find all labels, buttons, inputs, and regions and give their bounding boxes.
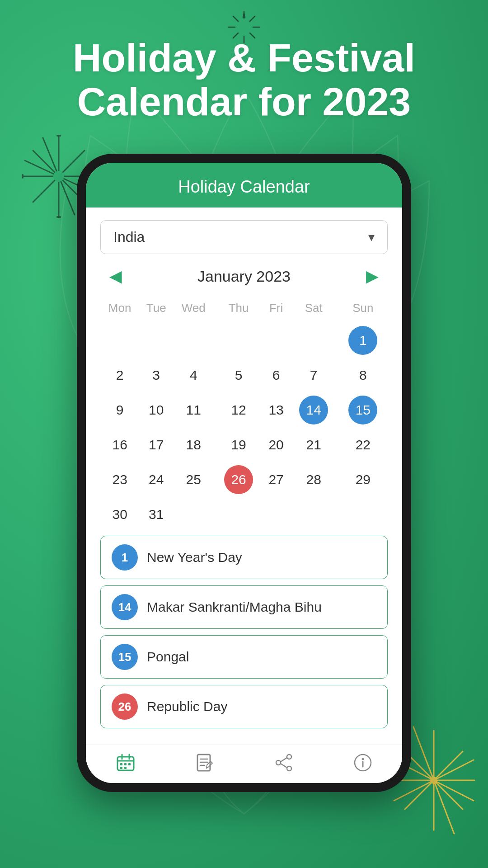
calendar-day-cell[interactable]: 27 bbox=[263, 459, 289, 500]
calendar-day-cell[interactable]: 3 bbox=[139, 361, 173, 389]
calendar-day-cell[interactable]: 15 bbox=[338, 389, 388, 431]
weekday-sun: Sun bbox=[338, 297, 388, 320]
calendar-grid: Mon Tue Wed Thu Fri Sat Sun 123456789101… bbox=[100, 297, 388, 528]
app-title: Holiday Calendar bbox=[104, 177, 384, 197]
calendar-day-cell bbox=[263, 320, 289, 361]
calendar-day-cell[interactable]: 2 bbox=[100, 361, 139, 389]
calendar-day-cell[interactable]: 30 bbox=[100, 500, 139, 528]
calendar-day-cell[interactable]: 13 bbox=[263, 389, 289, 431]
holiday-day-badge: 1 bbox=[112, 544, 138, 571]
calendar-day-cell bbox=[139, 320, 173, 361]
svg-line-38 bbox=[434, 780, 454, 834]
holiday-list-item[interactable]: 1 New Year's Day bbox=[100, 536, 388, 579]
calendar-day-cell[interactable]: 14 bbox=[289, 389, 338, 431]
svg-line-58 bbox=[281, 758, 287, 762]
svg-line-33 bbox=[434, 751, 463, 780]
prev-month-button[interactable]: ◀ bbox=[104, 265, 127, 288]
country-selector[interactable]: India ▾ bbox=[100, 220, 388, 254]
nav-calendar-button[interactable] bbox=[116, 753, 135, 772]
holiday-list: 1 New Year's Day 14 Makar Sankranti/Magh… bbox=[100, 536, 388, 732]
calendar-day-cell[interactable]: 25 bbox=[173, 459, 214, 500]
calendar-day-cell[interactable]: 26 bbox=[214, 459, 263, 500]
calendar-day-cell[interactable]: 31 bbox=[139, 500, 173, 528]
calendar-day-cell bbox=[173, 320, 214, 361]
svg-line-4 bbox=[233, 16, 238, 21]
holiday-name-label: Makar Sankranti/Magha Bihu bbox=[147, 599, 322, 615]
svg-point-41 bbox=[430, 777, 437, 784]
svg-line-5 bbox=[250, 33, 255, 38]
svg-rect-49 bbox=[120, 767, 122, 769]
holiday-list-item[interactable]: 15 Pongal bbox=[100, 635, 388, 679]
holiday-name-label: New Year's Day bbox=[147, 550, 242, 565]
highlighted-day-red[interactable]: 26 bbox=[224, 465, 253, 494]
holiday-day-badge: 15 bbox=[112, 644, 138, 670]
calendar-day-cell[interactable]: 22 bbox=[338, 431, 388, 459]
calendar-week-row: 9101112131415 bbox=[100, 389, 388, 431]
weekday-fri: Fri bbox=[263, 297, 289, 320]
holiday-name-label: Republic Day bbox=[147, 699, 227, 714]
calendar-day-cell[interactable]: 18 bbox=[173, 431, 214, 459]
phone-screen: Holiday Calendar India ▾ ◀ January 2023 … bbox=[86, 163, 402, 783]
firework-top-icon bbox=[226, 9, 262, 51]
calendar-day-cell bbox=[263, 500, 289, 528]
highlighted-day-blue[interactable]: 15 bbox=[348, 396, 377, 425]
nav-info-button[interactable] bbox=[353, 753, 372, 772]
phone-mockup: Holiday Calendar India ▾ ◀ January 2023 … bbox=[77, 154, 411, 792]
calendar-day-cell[interactable]: 20 bbox=[263, 431, 289, 459]
highlighted-day-blue[interactable]: 14 bbox=[299, 396, 328, 425]
phone-frame: Holiday Calendar India ▾ ◀ January 2023 … bbox=[77, 154, 411, 792]
svg-point-22 bbox=[53, 171, 64, 182]
svg-point-62 bbox=[361, 758, 364, 760]
holiday-day-badge: 26 bbox=[112, 693, 138, 720]
country-selected-value: India bbox=[113, 229, 145, 245]
calendar-day-cell[interactable]: 23 bbox=[100, 459, 139, 500]
calendar-weekday-header: Mon Tue Wed Thu Fri Sat Sun bbox=[100, 297, 388, 320]
calendar-day-cell[interactable]: 5 bbox=[214, 361, 263, 389]
calendar-day-cell[interactable]: 19 bbox=[214, 431, 263, 459]
svg-line-7 bbox=[233, 33, 238, 38]
calendar-week-row: 3031 bbox=[100, 500, 388, 528]
calendar-day-cell[interactable]: 21 bbox=[289, 431, 338, 459]
calendar-day-cell[interactable]: 11 bbox=[173, 389, 214, 431]
svg-line-32 bbox=[434, 780, 463, 809]
weekday-sat: Sat bbox=[289, 297, 338, 320]
holiday-list-item[interactable]: 14 Makar Sankranti/Magha Bihu bbox=[100, 585, 388, 629]
calendar-day-cell[interactable]: 4 bbox=[173, 361, 214, 389]
holiday-list-item[interactable]: 26 Republic Day bbox=[100, 685, 388, 728]
calendar-day-cell[interactable]: 16 bbox=[100, 431, 139, 459]
calendar-day-cell[interactable]: 6 bbox=[263, 361, 289, 389]
calendar-day-cell[interactable]: 9 bbox=[100, 389, 139, 431]
svg-rect-46 bbox=[120, 763, 122, 765]
nav-notes-button[interactable] bbox=[195, 753, 214, 772]
calendar-day-cell bbox=[214, 320, 263, 361]
bottom-navigation bbox=[86, 745, 402, 783]
calendar-day-cell[interactable]: 28 bbox=[289, 459, 338, 500]
app-content: India ▾ ◀ January 2023 ▶ Mon Tue Wed bbox=[86, 208, 402, 745]
hero-title-line2: Calendar for 2023 bbox=[77, 79, 411, 124]
weekday-thu: Thu bbox=[214, 297, 263, 320]
svg-line-37 bbox=[413, 727, 434, 780]
month-year-label: January 2023 bbox=[197, 268, 291, 285]
weekday-mon: Mon bbox=[100, 297, 139, 320]
calendar-day-cell[interactable]: 24 bbox=[139, 459, 173, 500]
calendar-day-cell[interactable]: 8 bbox=[338, 361, 388, 389]
svg-point-55 bbox=[287, 755, 291, 759]
svg-line-6 bbox=[250, 16, 255, 21]
calendar-week-row: 1 bbox=[100, 320, 388, 361]
calendar-week-row: 23242526272829 bbox=[100, 459, 388, 500]
calendar-day-cell bbox=[338, 500, 388, 528]
calendar-day-cell bbox=[289, 320, 338, 361]
nav-share-button[interactable] bbox=[274, 753, 293, 772]
next-month-button[interactable]: ▶ bbox=[361, 265, 384, 288]
highlighted-day-blue[interactable]: 1 bbox=[348, 326, 377, 355]
calendar-day-cell[interactable]: 17 bbox=[139, 431, 173, 459]
app-header: Holiday Calendar bbox=[86, 163, 402, 208]
calendar-day-cell[interactable]: 1 bbox=[338, 320, 388, 361]
calendar-navigation: ◀ January 2023 ▶ bbox=[100, 265, 388, 288]
calendar-day-cell[interactable]: 7 bbox=[289, 361, 338, 389]
calendar-day-cell[interactable]: 12 bbox=[214, 389, 263, 431]
calendar-day-cell[interactable]: 29 bbox=[338, 459, 388, 500]
calendar-day-cell[interactable]: 10 bbox=[139, 389, 173, 431]
holiday-name-label: Pongal bbox=[147, 649, 189, 665]
svg-point-57 bbox=[276, 760, 281, 765]
